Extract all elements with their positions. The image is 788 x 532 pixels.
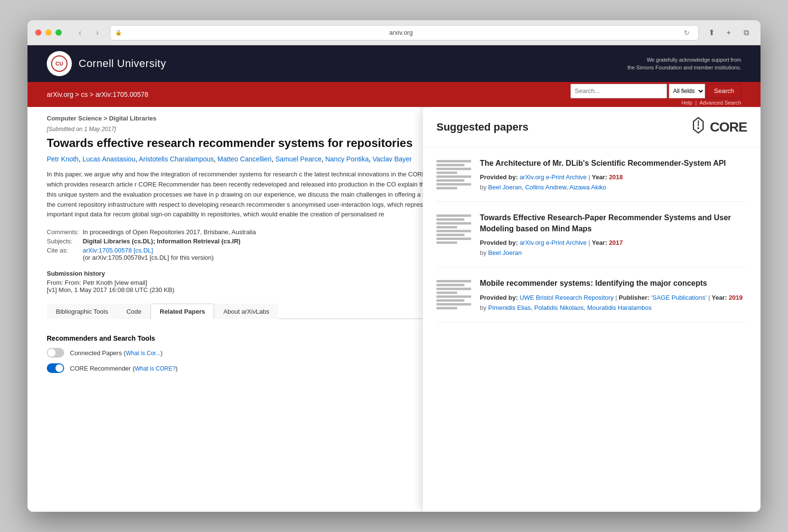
browser-navigation: ‹ › — [73, 26, 104, 40]
core-author-2[interactable]: Pimenidis Elias, Polatidis Nikolaos, Mou… — [488, 304, 652, 311]
advanced-search-link[interactable]: Advanced Search — [699, 100, 741, 106]
subjects-label: Subjects: — [47, 237, 82, 246]
author-0[interactable]: Petr Knoth — [47, 155, 79, 163]
toggle-knob-on — [55, 364, 63, 372]
header-support-text: We gratefully acknowledge support fromth… — [627, 56, 741, 72]
author-4[interactable]: Samuel Pearce — [275, 155, 322, 163]
core-paper-info-0: The Architecture of Mr. DLib's Scientifi… — [480, 158, 747, 191]
tab-related-papers[interactable]: Related Papers — [150, 304, 214, 319]
core-paper-item-0: The Architecture of Mr. DLib's Scientifi… — [436, 147, 747, 202]
paper-thumbnail-1 — [436, 213, 471, 256]
minimize-button[interactable] — [45, 29, 52, 36]
author-6[interactable]: Vaclav Bayer — [373, 155, 412, 163]
cite-val-2: (or arXiv:1705.00578v1 [cs.DL] for this … — [82, 254, 214, 261]
cite-val-1[interactable]: arXiv:1705.00578 [cs.DL] — [82, 247, 153, 254]
back-button[interactable]: ‹ — [73, 26, 87, 40]
core-paper-meta-0: Provided by: arXiv.org e-Print Archive |… — [480, 173, 747, 181]
core-paper-meta-1: Provided by: arXiv.org e-Print Archive |… — [480, 239, 747, 246]
core-paper-meta-2: Provided by: UWE Bristol Research Reposi… — [480, 294, 747, 301]
core-papers-list: The Architecture of Mr. DLib's Scientifi… — [423, 147, 761, 512]
core-author-0[interactable]: Beel Joeran, Collins Andrew, Aizawa Akik… — [488, 184, 606, 191]
new-tab-button[interactable]: + — [722, 26, 735, 40]
tab-about-arxivlabs[interactable]: About arXivLabs — [214, 304, 278, 319]
svg-point-4 — [697, 127, 699, 129]
refresh-button[interactable]: ↻ — [680, 26, 693, 40]
url-display: arxiv.org — [126, 29, 676, 36]
search-input[interactable] — [571, 84, 667, 98]
browser-window: ‹ › 🔒 arxiv.org ↻ ⬆ + ⧉ CU — [27, 20, 761, 512]
what-is-connected-papers-link[interactable]: What is Cor... — [126, 350, 161, 357]
paper-thumbnail-2 — [436, 278, 471, 311]
cornell-seal-icon: CU — [47, 51, 72, 76]
browser-titlebar: ‹ › 🔒 arxiv.org ↻ ⬆ + ⧉ — [27, 20, 761, 45]
search-links: Help | Advanced Search — [681, 100, 741, 106]
core-panel: Suggested papers CORE — [423, 107, 761, 512]
svg-text:CU: CU — [55, 61, 63, 66]
what-is-core-link[interactable]: What is CORE? — [135, 365, 176, 372]
arxiv-page: CU Cornell University We gratefully ackn… — [27, 45, 761, 512]
share-button[interactable]: ⬆ — [705, 26, 718, 40]
help-link[interactable]: Help — [681, 100, 693, 106]
breadcrumb: arXiv.org > cs > arXiv:1705.00578 — [47, 91, 149, 98]
paper-abstract: In this paper, we argue why and how the … — [47, 170, 481, 220]
core-paper-authors-2: by Pimenidis Elias, Polatidis Nikolaos, … — [480, 304, 747, 311]
address-bar[interactable]: 🔒 arxiv.org ↻ — [110, 25, 699, 40]
arxiv-nav-bar: arXiv.org > cs > arXiv:1705.00578 All fi… — [27, 82, 761, 107]
author-5[interactable]: Nancy Pontika — [325, 155, 368, 163]
lock-icon: 🔒 — [115, 29, 122, 36]
tabs-button[interactable]: ⧉ — [739, 26, 753, 40]
core-logo-icon — [690, 117, 707, 137]
browser-actions: ⬆ + ⧉ — [705, 26, 753, 40]
tab-code[interactable]: Code — [117, 304, 150, 319]
author-1[interactable]: Lucas Anastasiou — [82, 155, 136, 163]
search-area: All fields Search Help | Advanced Search — [571, 84, 741, 106]
subjects-val: Digital Libraries (cs.DL); Information R… — [82, 238, 240, 245]
core-paper-title-2[interactable]: Mobile recommender systems: Identifying … — [480, 278, 747, 289]
arxiv-header: CU Cornell University We gratefully ackn… — [27, 45, 761, 82]
core-paper-info-2: Mobile recommender systems: Identifying … — [480, 278, 747, 311]
core-paper-authors-0: by Beel Joeran, Collins Andrew, Aizawa A… — [480, 184, 747, 191]
author-3[interactable]: Matteo Cancellieri — [217, 155, 272, 163]
cornell-name: Cornell University — [79, 57, 166, 70]
core-logo: CORE — [690, 117, 747, 137]
connected-papers-toggle[interactable] — [47, 348, 64, 358]
toggle-knob-off — [48, 349, 55, 357]
maximize-button[interactable] — [55, 29, 62, 36]
paper-thumbnail-0 — [436, 158, 471, 191]
close-button[interactable] — [35, 29, 41, 36]
traffic-lights — [35, 29, 62, 36]
cite-label: Cite as: — [47, 246, 82, 262]
comments-label: Comments: — [47, 227, 82, 237]
search-field-select[interactable]: All fields — [669, 84, 705, 98]
core-paper-item-1: Towards Effective Research-Paper Recomme… — [436, 202, 747, 267]
core-recommender-toggle[interactable] — [47, 363, 64, 373]
view-email-link[interactable]: [view email] — [114, 279, 147, 286]
cornell-logo: CU Cornell University — [47, 51, 166, 76]
core-author-1[interactable]: Beel Joeran — [488, 249, 521, 256]
core-paper-info-1: Towards Effective Research-Paper Recomme… — [480, 213, 747, 256]
core-paper-authors-1: by Beel Joeran — [480, 249, 747, 256]
core-logo-text: CORE — [710, 120, 747, 135]
core-paper-item-2: Mobile recommender systems: Identifying … — [436, 267, 747, 322]
search-button[interactable]: Search — [707, 84, 741, 98]
forward-button[interactable]: › — [91, 26, 104, 40]
core-paper-title-0[interactable]: The Architecture of Mr. DLib's Scientifi… — [480, 158, 747, 169]
author-2[interactable]: Aristotelis Charalampous — [139, 155, 214, 163]
core-panel-title: Suggested papers — [436, 121, 529, 133]
comments-val: In proceedings of Open Repositories 2017… — [82, 227, 259, 237]
connected-papers-label: Connected Papers (What is Cor...) — [70, 349, 163, 357]
core-paper-title-1[interactable]: Towards Effective Research-Paper Recomme… — [480, 213, 747, 234]
core-header: Suggested papers CORE — [423, 107, 761, 147]
core-recommender-label: CORE Recommender (What is CORE?) — [70, 365, 177, 372]
tab-bibliographic[interactable]: Bibliographic Tools — [47, 304, 117, 319]
page-content: CU Cornell University We gratefully ackn… — [27, 45, 761, 512]
arxiv-main: Download: PDF only cc by Current browse … — [27, 107, 761, 512]
